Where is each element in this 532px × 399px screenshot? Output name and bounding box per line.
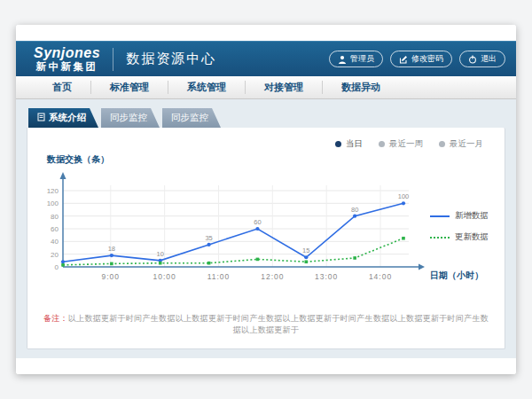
time-range-filter: 当日 最近一周 最近一月 — [40, 138, 483, 150]
point-value-label: 10 — [157, 250, 164, 258]
footnote-label: 备注： — [43, 314, 68, 323]
tab-label: 同步监控 — [171, 112, 208, 124]
radio-dot-icon — [439, 141, 445, 147]
chart-point — [159, 262, 162, 265]
edit-icon — [399, 55, 408, 64]
tab-label: 同步监控 — [110, 112, 147, 124]
chart-point — [207, 262, 211, 265]
point-value-label: 80 — [351, 206, 358, 214]
x-axis-title: 日期（小时） — [430, 270, 492, 282]
tab-sync-monitor-2[interactable]: 同步监控 — [162, 108, 221, 128]
chart-point — [207, 243, 210, 246]
nav-item-integration[interactable]: 对接管理 — [245, 81, 322, 94]
tab-label: 系统介绍 — [49, 112, 86, 124]
radio-label: 最近一月 — [450, 138, 483, 150]
chart-legend: 新增数据 更新数据 日期（小时） — [430, 168, 492, 293]
x-axis-arrow-icon — [419, 264, 425, 270]
x-tick-label: 9:00 — [102, 272, 121, 281]
chart-point — [61, 263, 65, 267]
radio-today[interactable]: 当日 — [335, 138, 363, 150]
y-tick-label: 60 — [51, 225, 59, 233]
x-tick-label: 13:00 — [315, 272, 338, 281]
y-tick-label: 100 — [47, 200, 59, 207]
y-axis-arrow-icon — [60, 172, 66, 179]
chart-point — [304, 255, 308, 259]
app-header: Synjones 新中新集团 数据资源中心 管理员 修改密码 — [16, 41, 516, 76]
line-chart: 0204060801001209:0010:0011:0012:0013:001… — [40, 168, 430, 293]
chart-point — [402, 237, 405, 240]
x-tick-label: 12:00 — [261, 272, 284, 281]
tab-bar: 系统介绍 同步监控 同步监控 — [28, 108, 505, 128]
main-nav: 首页 标准管理 系统管理 对接管理 数据异动 — [16, 76, 516, 99]
chart-point — [110, 262, 113, 266]
tab-system-intro[interactable]: 系统介绍 — [28, 108, 98, 128]
chart-point — [255, 227, 259, 231]
point-value-label: 18 — [108, 245, 115, 253]
x-tick-label: 11:00 — [207, 272, 231, 281]
chart-point — [353, 256, 356, 260]
desktop-background: Synjones 新中新集团 数据资源中心 管理员 修改密码 — [0, 0, 532, 399]
legend-line-sample — [430, 237, 450, 239]
x-tick-label: 14:00 — [369, 272, 392, 281]
legend-line-sample — [430, 215, 450, 217]
legend-label: 新增数据 — [455, 210, 489, 222]
power-icon — [468, 55, 477, 64]
point-value-label: 15 — [302, 246, 309, 254]
nav-item-standards[interactable]: 标准管理 — [90, 81, 168, 94]
y-tick-label: 40 — [51, 238, 59, 246]
tab-sync-monitor-1[interactable]: 同步监控 — [101, 108, 160, 128]
footnote: 备注：以上数据更新于时间产生数据以上数据更新于时间产生数据以上数据更新于时间产生… — [40, 313, 492, 336]
change-password-label: 修改密码 — [411, 53, 443, 65]
header-actions: 管理员 修改密码 退出 — [329, 51, 505, 67]
point-value-label: 35 — [205, 234, 212, 242]
y-axis-title: 数据交换（条） — [47, 153, 492, 166]
chart-point — [110, 254, 113, 257]
chart-point — [402, 201, 405, 205]
radio-dot-icon — [335, 141, 341, 147]
nav-item-home[interactable]: 首页 — [34, 81, 90, 94]
legend-label: 更新数据 — [455, 231, 489, 243]
x-tick-label: 10:00 — [153, 272, 176, 281]
page-title: 数据资源中心 — [126, 51, 216, 67]
chart-point — [353, 215, 356, 218]
radio-label: 最近一周 — [389, 138, 423, 150]
logo-company-name: 新中新集团 — [36, 61, 98, 72]
change-password-button[interactable]: 修改密码 — [390, 51, 452, 67]
nav-item-data-change[interactable]: 数据异动 — [322, 81, 399, 94]
company-logo: Synjones 新中新集团 — [34, 46, 100, 72]
footnote-text: 以上数据更新于时间产生数据以上数据更新于时间产生数据以上数据更新于时间产生数据以… — [68, 314, 489, 334]
chart-point — [61, 260, 65, 263]
logo-wordmark: Synjones — [34, 46, 100, 61]
user-icon — [338, 55, 347, 64]
y-tick-label: 120 — [47, 187, 59, 195]
chart-panel: 当日 最近一周 最近一月 数据交换（条） 0204060801001209:00… — [27, 128, 505, 349]
current-user-label: 管理员 — [350, 53, 374, 65]
point-value-label: 100 — [398, 192, 410, 200]
window-bottom-strip — [16, 358, 516, 374]
radio-last-week[interactable]: 最近一周 — [379, 138, 423, 150]
window-top-strip — [16, 25, 516, 41]
nav-item-system[interactable]: 系统管理 — [168, 81, 245, 94]
point-value-label: 60 — [254, 218, 261, 226]
logout-button[interactable]: 退出 — [459, 51, 505, 67]
header-divider — [113, 48, 113, 71]
current-user-button[interactable]: 管理员 — [329, 51, 383, 67]
logout-label: 退出 — [481, 53, 497, 65]
legend-item-new-data[interactable]: 新增数据 — [430, 210, 492, 222]
y-tick-label: 20 — [51, 251, 59, 259]
legend-item-updated-data[interactable]: 更新数据 — [430, 231, 492, 243]
chart-point — [256, 258, 260, 262]
radio-last-month[interactable]: 最近一月 — [439, 138, 483, 150]
chart-row: 0204060801001209:0010:0011:0012:0013:001… — [40, 168, 492, 293]
document-icon — [37, 113, 45, 123]
radio-dot-icon — [379, 141, 385, 147]
chart-point — [304, 260, 308, 263]
y-tick-label: 80 — [51, 213, 59, 221]
radio-label: 当日 — [346, 138, 363, 150]
app-window: Synjones 新中新集团 数据资源中心 管理员 修改密码 — [16, 25, 516, 374]
content-area: 系统介绍 同步监控 同步监控 当日 最近一周 — [16, 99, 516, 358]
y-tick-label: 0 — [55, 263, 59, 271]
